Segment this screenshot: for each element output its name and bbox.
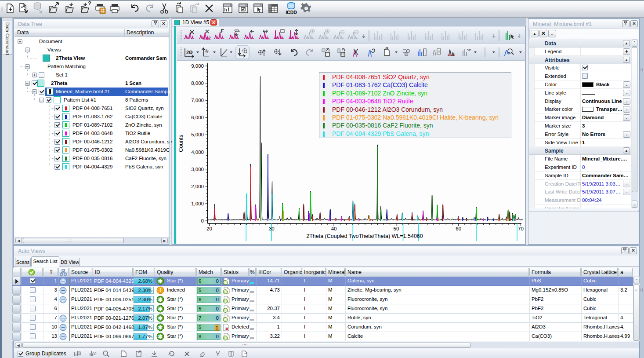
svg-text:5,000: 5,000 [191, 132, 204, 137]
svg-text:60: 60 [456, 226, 461, 231]
svg-text:2Theta (Coupled TwoTheta/Theta: 2Theta (Coupled TwoTheta/Theta) WL=1.540… [306, 233, 423, 239]
svg-text:4,000: 4,000 [191, 150, 204, 155]
svg-text:✱: ✱ [158, 306, 163, 312]
svg-text:✱: ✱ [158, 278, 163, 285]
svg-text:✱: ✱ [158, 315, 163, 321]
svg-text:!: ! [159, 287, 161, 293]
svg-text:2,000: 2,000 [191, 184, 204, 189]
svg-text:✱: ✱ [158, 324, 163, 331]
svg-text:Counts: Counts [178, 135, 184, 152]
svg-text:8,000: 8,000 [191, 80, 204, 86]
svg-text:ICDD: ICDD [286, 10, 297, 15]
svg-text:70: 70 [518, 226, 524, 231]
svg-text:50: 50 [394, 226, 399, 231]
svg-text:Kα2: Kα2 [203, 36, 211, 41]
svg-text:40: 40 [331, 226, 337, 231]
svg-text:20: 20 [206, 226, 212, 231]
svg-text:6,000: 6,000 [191, 115, 204, 120]
svg-text:0: 0 [201, 218, 204, 223]
svg-text:30: 30 [269, 226, 275, 231]
svg-text:✱: ✱ [158, 333, 163, 340]
svg-text:9,000: 9,000 [191, 63, 204, 69]
svg-text:✱: ✱ [158, 296, 163, 303]
svg-text:?: ? [88, 1, 91, 7]
svg-text:F: F [221, 28, 224, 34]
svg-text:3,000: 3,000 [191, 167, 204, 172]
svg-text:2Θ: 2Θ [186, 50, 193, 55]
svg-text:7,000: 7,000 [191, 98, 204, 103]
svg-text:1,000: 1,000 [191, 201, 204, 206]
